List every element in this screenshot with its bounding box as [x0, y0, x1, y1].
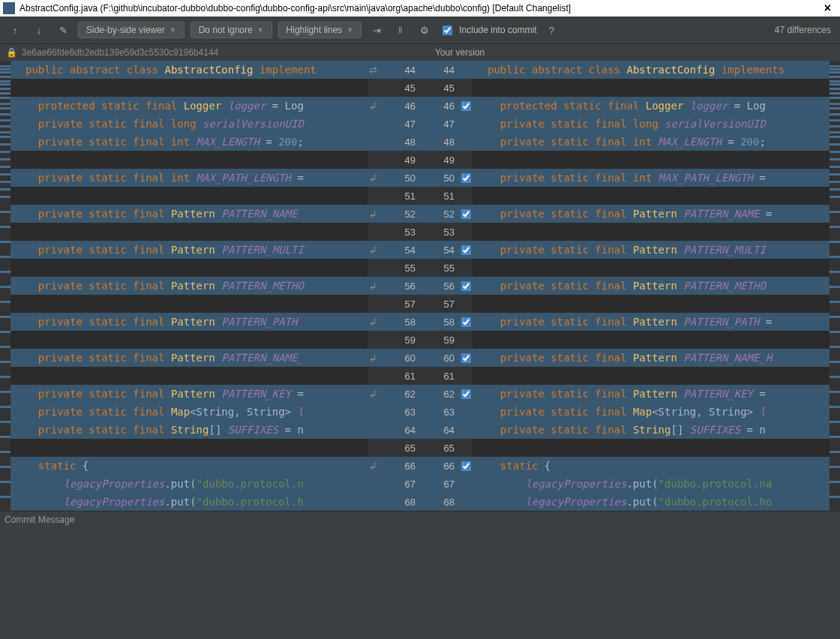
code-line[interactable]: private static final Pattern PATTERN_NAM…	[472, 205, 830, 223]
minimap-mark	[0, 136, 10, 138]
code-line[interactable]	[10, 187, 368, 205]
gutter-row: 44	[420, 61, 472, 79]
include-line-checkbox[interactable]	[461, 245, 471, 255]
highlight-combo[interactable]: Highlight lines▼	[278, 22, 362, 38]
code-line[interactable]: private static final Pattern PATTERN_PAT…	[472, 313, 830, 331]
code-line[interactable]	[472, 187, 830, 205]
code-line[interactable]	[10, 151, 368, 169]
merge-arrow-icon[interactable]: ↲	[368, 172, 378, 184]
code-line[interactable]: private static final int MAX_LENGTH = 20…	[472, 133, 830, 151]
merge-arrow-icon[interactable]: ↲	[368, 244, 378, 256]
code-line[interactable]	[472, 331, 830, 349]
include-commit-checkbox[interactable]: Include into commit	[440, 23, 536, 38]
code-line[interactable]	[10, 295, 368, 313]
code-line[interactable]: private static final int MAX_PATH_LENGTH…	[472, 169, 830, 187]
minimap-right[interactable]	[830, 61, 840, 511]
chevron-down-icon: ▼	[170, 26, 176, 34]
include-line-checkbox[interactable]	[461, 101, 471, 111]
code-line[interactable]: private static final Map<String, String>…	[472, 403, 830, 421]
merge-arrow-icon[interactable]: ↲	[368, 208, 378, 220]
code-line[interactable]	[10, 223, 368, 241]
line-number: 48	[420, 136, 459, 148]
merge-arrow-icon[interactable]: ↲	[368, 388, 378, 400]
code-line[interactable]: private static final String[] SUFFIXES =…	[10, 421, 368, 439]
merge-arrow-icon[interactable]: ↲	[368, 100, 378, 112]
code-line[interactable]	[10, 331, 368, 349]
right-pane[interactable]: public abstract class AbstractConfig imp…	[472, 61, 830, 511]
code-line[interactable]: private static final Map<String, String>…	[10, 403, 368, 421]
code-line[interactable]: protected static final Logger logger = L…	[472, 97, 830, 115]
code-line[interactable]: private static final Pattern PATTERN_MET…	[472, 277, 830, 295]
code-line[interactable]: private static final long serialVersionU…	[10, 115, 368, 133]
code-line[interactable]: private static final long serialVersionU…	[472, 115, 830, 133]
include-line-checkbox[interactable]	[461, 317, 471, 327]
include-line-checkbox[interactable]	[461, 461, 471, 471]
code-line[interactable]	[10, 259, 368, 277]
code-line[interactable]: private static final Pattern PATTERN_KEY…	[10, 385, 368, 403]
code-line[interactable]: private static final Pattern PATTERN_NAM…	[472, 349, 830, 367]
code-line[interactable]: private static final Pattern PATTERN_NAM…	[10, 349, 368, 367]
code-line[interactable]	[472, 151, 830, 169]
gutter-row: 65	[368, 439, 420, 457]
gear-icon[interactable]: ⚙	[416, 21, 434, 39]
code-line[interactable]: legacyProperties.put("dubbo.protocol.ho	[472, 493, 830, 511]
include-line-checkbox[interactable]	[461, 209, 471, 219]
code-line[interactable]: private static final Pattern PATTERN_MUL…	[10, 241, 368, 259]
code-line[interactable]: legacyProperties.put("dubbo.protocol.n	[10, 475, 368, 493]
merge-arrow-icon[interactable]: ↲	[368, 280, 378, 292]
code-line[interactable]: static {	[472, 457, 830, 475]
code-line[interactable]: protected static final Logger logger = L…	[10, 97, 368, 115]
include-line-checkbox[interactable]	[461, 389, 471, 399]
code-line[interactable]: private static final Pattern PATTERN_PAT…	[10, 313, 368, 331]
help-icon[interactable]: ?	[543, 21, 561, 39]
line-number: 60	[378, 352, 420, 364]
code-line[interactable]	[472, 223, 830, 241]
code-line[interactable]	[10, 439, 368, 457]
code-line[interactable]: public abstract class AbstractConfig imp…	[472, 61, 830, 79]
minimap-mark	[0, 226, 10, 228]
code-line[interactable]	[472, 259, 830, 277]
code-line[interactable]: private static final Pattern PATTERN_MUL…	[472, 241, 830, 259]
left-pane[interactable]: public abstract class AbstractConfig imp…	[10, 61, 368, 511]
include-line-checkbox[interactable]	[461, 173, 471, 183]
code-line[interactable]	[472, 79, 830, 97]
next-diff-icon[interactable]: ↓	[30, 21, 48, 39]
minimap-mark	[0, 346, 10, 348]
merge-arrow-icon[interactable]: ↲	[368, 316, 378, 328]
code-line[interactable]: private static final int MAX_PATH_LENGTH…	[10, 169, 368, 187]
merge-arrow-icon[interactable]: ⇄	[368, 64, 378, 76]
code-line[interactable]: private static final Pattern PATTERN_MET…	[10, 277, 368, 295]
merge-arrow-icon[interactable]: ↲	[368, 460, 378, 472]
close-icon[interactable]: ×	[818, 2, 837, 15]
gutter-row: 48	[368, 133, 420, 151]
include-commit-check[interactable]	[442, 26, 452, 35]
viewer-combo[interactable]: Side-by-side viewer▼	[78, 22, 184, 38]
code-line[interactable]	[10, 367, 368, 385]
minimap-left[interactable]	[0, 61, 10, 511]
gutter-row: 67	[420, 475, 472, 493]
code-line[interactable]: public abstract class AbstractConfig imp…	[10, 61, 368, 79]
line-number: 66	[378, 460, 420, 472]
prev-diff-icon[interactable]: ↑	[6, 21, 24, 39]
code-line[interactable]	[10, 79, 368, 97]
code-line[interactable]	[472, 367, 830, 385]
code-line[interactable]: legacyProperties.put("dubbo.protocol.na	[472, 475, 830, 493]
gutter-row: 63	[368, 403, 420, 421]
code-line[interactable]	[472, 439, 830, 457]
code-line[interactable]: private static final Pattern PATTERN_NAM…	[10, 205, 368, 223]
ignore-combo[interactable]: Do not ignore▼	[190, 22, 272, 38]
code-line[interactable]: static {	[10, 457, 368, 475]
edit-icon[interactable]: ✎	[54, 21, 72, 39]
code-line[interactable]	[472, 295, 830, 313]
code-line[interactable]: private static final String[] SUFFIXES =…	[472, 421, 830, 439]
gutter-row: 66	[420, 457, 472, 475]
collapse-icon[interactable]: ⇥	[368, 21, 386, 39]
code-line[interactable]: legacyProperties.put("dubbo.protocol.h	[10, 493, 368, 511]
sync-scroll-icon[interactable]: ⫴	[392, 21, 410, 39]
merge-arrow-icon[interactable]: ↲	[368, 352, 378, 364]
include-line-checkbox[interactable]	[461, 281, 471, 291]
include-line-checkbox[interactable]	[461, 353, 471, 363]
code-line[interactable]: private static final int MAX_LENGTH = 20…	[10, 133, 368, 151]
code-line[interactable]: private static final Pattern PATTERN_KEY…	[472, 385, 830, 403]
minimap-mark	[830, 158, 840, 160]
